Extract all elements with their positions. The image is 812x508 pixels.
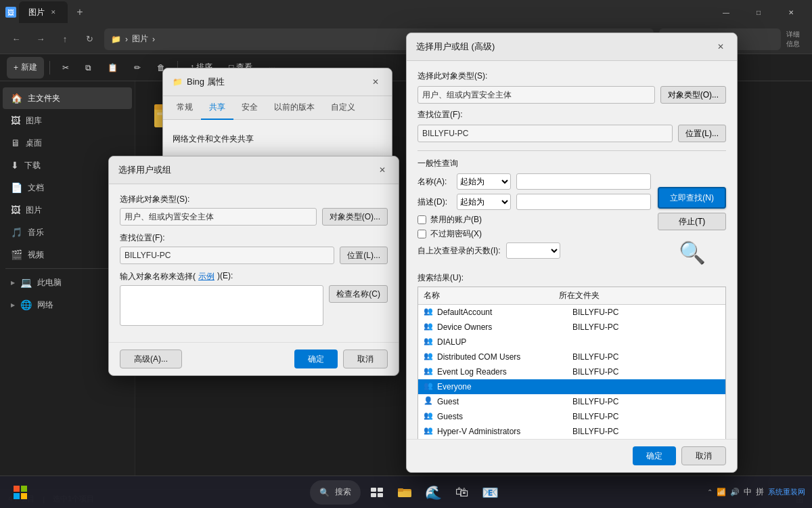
select-user-title: 选择用户或组 <box>118 164 376 176</box>
adv-obj-type-input[interactable] <box>418 86 655 104</box>
result-row[interactable]: 👤 Guest BILLYFU-PC <box>418 394 725 409</box>
sidebar-item-network-label: 网络 <box>37 299 53 311</box>
tab-share[interactable]: 共享 <box>201 96 233 120</box>
enter-object-row: 输入对象名称来选择( 示例 )(E): 检查名称(C) <box>120 271 388 326</box>
results-table[interactable]: 名称 所在文件夹 👥 DefaultAccount BILLYFU-PC 👥 D… <box>418 287 726 439</box>
window-controls: — □ ✕ <box>710 1 807 23</box>
result-row[interactable]: 👥 Guests BILLYFU-PC <box>418 409 725 424</box>
details-btn[interactable]: 详细信息 <box>786 30 805 49</box>
back-btn[interactable]: ← <box>7 30 26 49</box>
maximize-btn[interactable]: □ <box>743 1 774 23</box>
inactive-days-select[interactable] <box>506 242 560 259</box>
new-tab-btn[interactable]: + <box>70 3 89 22</box>
adv-obj-type-btn[interactable]: 对象类型(O)... <box>660 86 726 104</box>
search-results-section: 搜索结果(U): 名称 所在文件夹 👥 DefaultAccount BILLY… <box>418 272 726 439</box>
select-user-cancel-btn[interactable]: 取消 <box>343 350 388 368</box>
result-row[interactable]: 👥 Everyone <box>418 379 725 394</box>
adv-location-input[interactable] <box>418 125 673 142</box>
cut-btn[interactable]: ✂ <box>55 57 76 79</box>
location-btn[interactable]: 位置(L)... <box>340 247 388 264</box>
find-now-btn[interactable]: 立即查找(N) <box>658 187 726 209</box>
object-name-textarea[interactable] <box>120 285 323 326</box>
refresh-btn[interactable]: ↻ <box>80 30 99 49</box>
minimize-btn[interactable]: — <box>710 1 742 23</box>
disabled-account-checkbox[interactable] <box>418 215 426 224</box>
result-row[interactable]: 👥 DefaultAccount BILLYFU-PC <box>418 305 725 320</box>
desc-query-row: 描述(D): 起始为 <box>418 194 651 210</box>
disabled-account-label: 禁用的账户(B) <box>430 214 482 226</box>
gallery-icon: 🖼 <box>11 115 20 126</box>
stop-btn[interactable]: 停止(T) <box>658 213 726 230</box>
select-user-ok-btn[interactable]: 确定 <box>294 350 338 368</box>
result-name: Guests <box>437 412 572 421</box>
sidebar-item-gallery[interactable]: 🖼 图库 <box>3 110 132 131</box>
svg-rect-13 <box>398 491 411 497</box>
select-user-close[interactable]: ✕ <box>376 163 389 177</box>
search-taskbar-text: 搜索 <box>335 486 351 498</box>
object-type-btn[interactable]: 对象类型(O)... <box>322 208 388 226</box>
new-btn[interactable]: + 新建 <box>7 57 44 79</box>
result-name: Everyone <box>437 382 572 391</box>
network-icon-tray: 📶 <box>717 488 726 496</box>
taskbar-file-explorer[interactable] <box>393 480 418 505</box>
sidebar-item-desktop[interactable]: 🖥 桌面 <box>3 132 132 154</box>
copy-btn[interactable]: ⧉ <box>78 57 98 79</box>
check-names-btn[interactable]: 检查名称(C) <box>329 285 388 303</box>
result-row[interactable]: 👥 DIALUP <box>418 335 725 350</box>
taskbar-edge[interactable]: 🌊 <box>422 480 446 505</box>
system-tray-up[interactable]: ⌃ <box>707 488 713 496</box>
advanced-dialog-close[interactable]: ✕ <box>714 40 727 54</box>
paste-btn[interactable]: 📋 <box>101 57 125 79</box>
tab-label: 图片 <box>28 7 45 18</box>
tab-security[interactable]: 安全 <box>233 96 266 120</box>
bing-dialog-title: Bing 属性 <box>187 76 369 88</box>
general-query-section: 一般性查询 名称(A): 起始为 描述(D): 起始为 <box>418 150 726 266</box>
name-condition[interactable]: 起始为 <box>457 173 511 190</box>
object-type-row: 选择此对象类型(S): 对象类型(O)... <box>120 194 388 226</box>
pictures-icon: 🖼 <box>11 205 20 215</box>
object-type-label: 选择此对象类型(S): <box>120 194 388 205</box>
result-row[interactable]: 👥 Distributed COM Users BILLYFU-PC <box>418 350 725 364</box>
tab-custom[interactable]: 自定义 <box>323 96 363 120</box>
result-location: BILLYFU-PC <box>572 397 720 406</box>
sidebar-item-home-label: 主文件夹 <box>28 93 60 104</box>
search-bar[interactable]: 🔍 搜索 <box>310 480 361 505</box>
lang1-indicator[interactable]: 中 <box>744 486 752 498</box>
adv-location-row: 位置(L)... <box>418 125 726 142</box>
taskbar-store[interactable]: 🛍 <box>450 480 474 505</box>
no-expire-checkbox[interactable] <box>418 230 426 238</box>
result-row[interactable]: 👥 Hyper-V Administrators BILLYFU-PC <box>418 424 725 439</box>
search-taskbar-icon: 🔍 <box>319 488 330 497</box>
taskview-btn[interactable] <box>365 480 389 505</box>
forward-btn[interactable]: → <box>31 30 50 49</box>
taskbar-mail[interactable]: 📧 <box>478 480 503 505</box>
name-label: 名称(A): <box>418 176 451 188</box>
location-input[interactable] <box>120 247 334 264</box>
adv-location-btn[interactable]: 位置(L)... <box>678 125 726 142</box>
advanced-btn[interactable]: 高级(A)... <box>120 350 182 368</box>
result-row[interactable]: 👥 Device Owners BILLYFU-PC <box>418 320 725 335</box>
bing-dialog-close[interactable]: ✕ <box>369 75 382 89</box>
svg-rect-6 <box>14 493 20 499</box>
enter-object-label-suffix: )(E): <box>217 271 233 282</box>
tab-general[interactable]: 常规 <box>168 96 201 120</box>
rename-btn[interactable]: ✏ <box>127 57 148 79</box>
start-button[interactable] <box>7 479 34 506</box>
up-btn[interactable]: ↑ <box>55 30 74 49</box>
adv-ok-btn[interactable]: 确定 <box>633 446 676 465</box>
inactive-days-row: 自上次查登录的天数(I): <box>418 242 651 259</box>
desc-value[interactable] <box>516 194 651 210</box>
object-type-input[interactable] <box>120 208 317 226</box>
tab-close-btn[interactable]: ✕ <box>49 7 58 17</box>
active-tab[interactable]: 图片 ✕ <box>19 1 68 23</box>
sidebar-item-home[interactable]: 🏠 主文件夹 <box>3 87 132 109</box>
close-btn[interactable]: ✕ <box>775 1 807 23</box>
desc-condition[interactable]: 起始为 <box>457 194 511 210</box>
lang2-indicator[interactable]: 拼 <box>756 486 764 498</box>
result-row[interactable]: 👥 Event Log Readers BILLYFU-PC <box>418 364 725 379</box>
name-value[interactable] <box>516 173 651 190</box>
tab-previous[interactable]: 以前的版本 <box>266 96 323 120</box>
results-label: 搜索结果(U): <box>418 272 726 284</box>
example-link[interactable]: 示例 <box>198 271 215 282</box>
adv-cancel-btn[interactable]: 取消 <box>681 446 726 465</box>
